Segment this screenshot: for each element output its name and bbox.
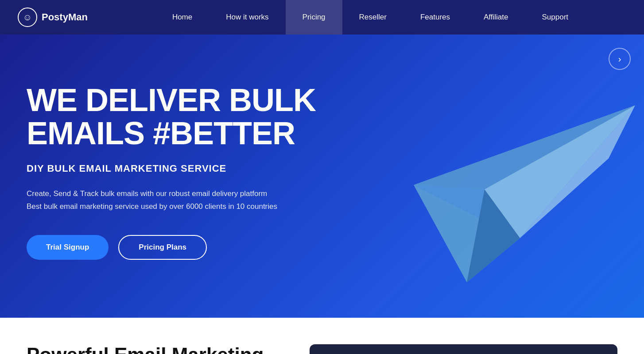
hero-buttons: Trial Signup Pricing Plans xyxy=(27,235,316,260)
below-hero-section: Powerful Email Marketing Tool ☺ PostyMan… xyxy=(0,318,644,354)
nav-affiliate[interactable]: Affiliate xyxy=(467,0,525,35)
nav-reseller[interactable]: Reseller xyxy=(342,0,403,35)
navbar: ☺ PostyMan Home How it works Pricing Res… xyxy=(0,0,644,35)
hero-content: WE DELIVER BULK EMAILS #BETTER DIY BULK … xyxy=(27,84,316,260)
nav-features[interactable]: Features xyxy=(403,0,467,35)
powerful-title: Powerful Email Marketing Tool xyxy=(27,344,283,354)
logo-char: ☺ xyxy=(23,12,32,23)
scroll-button[interactable]: › xyxy=(609,48,631,70)
dashboard-preview-container: ☺ PostyMan Dashboard Lists Campaigns xyxy=(310,344,617,354)
scroll-icon: › xyxy=(618,54,621,64)
nav-pricing[interactable]: Pricing xyxy=(286,0,342,35)
below-hero-text: Powerful Email Marketing Tool xyxy=(27,344,283,354)
hero-title: WE DELIVER BULK EMAILS #BETTER xyxy=(27,84,316,150)
logo-icon: ☺ xyxy=(18,8,37,27)
hero-description: Create, Send & Track bulk emails with ou… xyxy=(27,188,316,213)
nav-how-it-works[interactable]: How it works xyxy=(209,0,285,35)
hero-section: › WE DELIVER BULK EMAILS #BETTER DIY BUL… xyxy=(0,35,644,318)
hero-illustration xyxy=(378,52,644,300)
brand-logo[interactable]: ☺ PostyMan xyxy=(18,8,88,27)
pricing-plans-button[interactable]: Pricing Plans xyxy=(118,235,207,260)
trial-signup-button[interactable]: Trial Signup xyxy=(27,235,109,260)
nav-home[interactable]: Home xyxy=(155,0,209,35)
brand-name: PostyMan xyxy=(42,12,88,23)
hero-subtitle: DIY BULK EMAIL MARKETING SERVICE xyxy=(27,163,316,174)
nav-support[interactable]: Support xyxy=(525,0,585,35)
nav-links: Home How it works Pricing Reseller Featu… xyxy=(114,0,626,35)
